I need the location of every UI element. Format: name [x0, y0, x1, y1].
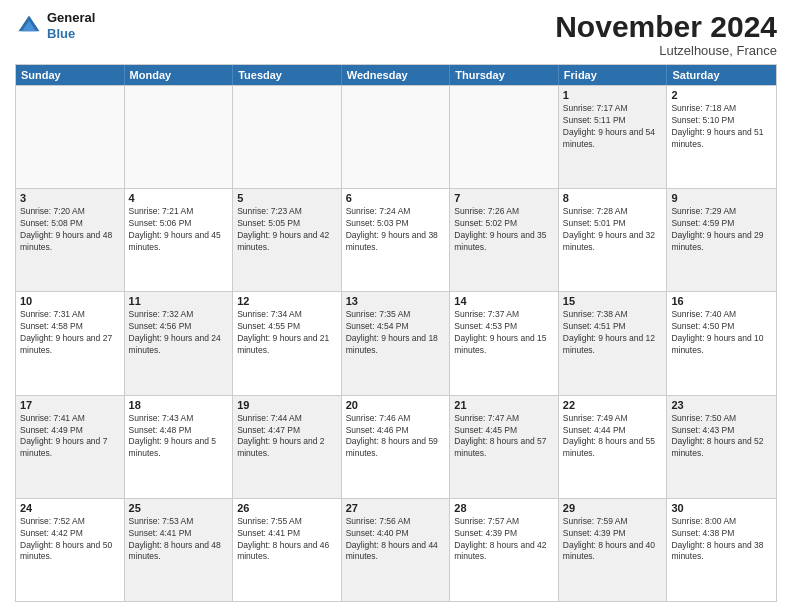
cal-cell-4-0: 24Sunrise: 7:52 AM Sunset: 4:42 PM Dayli…	[16, 499, 125, 601]
cal-cell-1-4: 7Sunrise: 7:26 AM Sunset: 5:02 PM Daylig…	[450, 189, 559, 291]
day-number: 16	[671, 295, 772, 307]
title-area: November 2024 Lutzelhouse, France	[555, 10, 777, 58]
day-number: 9	[671, 192, 772, 204]
cell-info: Sunrise: 7:59 AM Sunset: 4:39 PM Dayligh…	[563, 516, 663, 564]
cell-info: Sunrise: 7:38 AM Sunset: 4:51 PM Dayligh…	[563, 309, 663, 357]
cell-info: Sunrise: 7:31 AM Sunset: 4:58 PM Dayligh…	[20, 309, 120, 357]
cal-cell-2-4: 14Sunrise: 7:37 AM Sunset: 4:53 PM Dayli…	[450, 292, 559, 394]
header-monday: Monday	[125, 65, 234, 85]
cal-cell-3-6: 23Sunrise: 7:50 AM Sunset: 4:43 PM Dayli…	[667, 396, 776, 498]
day-number: 25	[129, 502, 229, 514]
cell-info: Sunrise: 7:20 AM Sunset: 5:08 PM Dayligh…	[20, 206, 120, 254]
cell-info: Sunrise: 7:41 AM Sunset: 4:49 PM Dayligh…	[20, 413, 120, 461]
cal-cell-2-5: 15Sunrise: 7:38 AM Sunset: 4:51 PM Dayli…	[559, 292, 668, 394]
day-number: 14	[454, 295, 554, 307]
cell-info: Sunrise: 7:43 AM Sunset: 4:48 PM Dayligh…	[129, 413, 229, 461]
cal-cell-4-4: 28Sunrise: 7:57 AM Sunset: 4:39 PM Dayli…	[450, 499, 559, 601]
day-number: 13	[346, 295, 446, 307]
cal-cell-4-2: 26Sunrise: 7:55 AM Sunset: 4:41 PM Dayli…	[233, 499, 342, 601]
logo-line1: General	[47, 10, 95, 26]
cell-info: Sunrise: 7:40 AM Sunset: 4:50 PM Dayligh…	[671, 309, 772, 357]
day-number: 1	[563, 89, 663, 101]
cell-info: Sunrise: 7:26 AM Sunset: 5:02 PM Dayligh…	[454, 206, 554, 254]
calendar: Sunday Monday Tuesday Wednesday Thursday…	[15, 64, 777, 602]
cell-info: Sunrise: 7:46 AM Sunset: 4:46 PM Dayligh…	[346, 413, 446, 461]
day-number: 23	[671, 399, 772, 411]
cal-cell-3-5: 22Sunrise: 7:49 AM Sunset: 4:44 PM Dayli…	[559, 396, 668, 498]
cell-info: Sunrise: 7:24 AM Sunset: 5:03 PM Dayligh…	[346, 206, 446, 254]
cal-cell-1-2: 5Sunrise: 7:23 AM Sunset: 5:05 PM Daylig…	[233, 189, 342, 291]
cal-cell-1-5: 8Sunrise: 7:28 AM Sunset: 5:01 PM Daylig…	[559, 189, 668, 291]
cal-row-4: 24Sunrise: 7:52 AM Sunset: 4:42 PM Dayli…	[16, 498, 776, 601]
cell-info: Sunrise: 8:00 AM Sunset: 4:38 PM Dayligh…	[671, 516, 772, 564]
cell-info: Sunrise: 7:53 AM Sunset: 4:41 PM Dayligh…	[129, 516, 229, 564]
cal-cell-1-6: 9Sunrise: 7:29 AM Sunset: 4:59 PM Daylig…	[667, 189, 776, 291]
header-wednesday: Wednesday	[342, 65, 451, 85]
cal-cell-0-1	[125, 86, 234, 188]
cal-cell-3-0: 17Sunrise: 7:41 AM Sunset: 4:49 PM Dayli…	[16, 396, 125, 498]
cal-row-3: 17Sunrise: 7:41 AM Sunset: 4:49 PM Dayli…	[16, 395, 776, 498]
day-number: 26	[237, 502, 337, 514]
cell-info: Sunrise: 7:17 AM Sunset: 5:11 PM Dayligh…	[563, 103, 663, 151]
day-number: 20	[346, 399, 446, 411]
cell-info: Sunrise: 7:50 AM Sunset: 4:43 PM Dayligh…	[671, 413, 772, 461]
cell-info: Sunrise: 7:35 AM Sunset: 4:54 PM Dayligh…	[346, 309, 446, 357]
logo-text: General Blue	[47, 10, 95, 41]
location: Lutzelhouse, France	[555, 43, 777, 58]
header-tuesday: Tuesday	[233, 65, 342, 85]
cal-cell-3-2: 19Sunrise: 7:44 AM Sunset: 4:47 PM Dayli…	[233, 396, 342, 498]
day-number: 12	[237, 295, 337, 307]
logo-line2: Blue	[47, 26, 95, 42]
cell-info: Sunrise: 7:55 AM Sunset: 4:41 PM Dayligh…	[237, 516, 337, 564]
calendar-header: Sunday Monday Tuesday Wednesday Thursday…	[16, 65, 776, 85]
header-thursday: Thursday	[450, 65, 559, 85]
cell-info: Sunrise: 7:37 AM Sunset: 4:53 PM Dayligh…	[454, 309, 554, 357]
cal-cell-0-2	[233, 86, 342, 188]
day-number: 15	[563, 295, 663, 307]
cell-info: Sunrise: 7:49 AM Sunset: 4:44 PM Dayligh…	[563, 413, 663, 461]
day-number: 4	[129, 192, 229, 204]
cal-cell-1-1: 4Sunrise: 7:21 AM Sunset: 5:06 PM Daylig…	[125, 189, 234, 291]
cal-cell-3-3: 20Sunrise: 7:46 AM Sunset: 4:46 PM Dayli…	[342, 396, 451, 498]
cell-info: Sunrise: 7:29 AM Sunset: 4:59 PM Dayligh…	[671, 206, 772, 254]
cal-cell-1-0: 3Sunrise: 7:20 AM Sunset: 5:08 PM Daylig…	[16, 189, 125, 291]
day-number: 18	[129, 399, 229, 411]
cell-info: Sunrise: 7:21 AM Sunset: 5:06 PM Dayligh…	[129, 206, 229, 254]
cell-info: Sunrise: 7:34 AM Sunset: 4:55 PM Dayligh…	[237, 309, 337, 357]
cal-row-1: 3Sunrise: 7:20 AM Sunset: 5:08 PM Daylig…	[16, 188, 776, 291]
cal-cell-4-1: 25Sunrise: 7:53 AM Sunset: 4:41 PM Dayli…	[125, 499, 234, 601]
cal-row-2: 10Sunrise: 7:31 AM Sunset: 4:58 PM Dayli…	[16, 291, 776, 394]
day-number: 5	[237, 192, 337, 204]
cell-info: Sunrise: 7:18 AM Sunset: 5:10 PM Dayligh…	[671, 103, 772, 151]
header: General Blue November 2024 Lutzelhouse, …	[15, 10, 777, 58]
cell-info: Sunrise: 7:56 AM Sunset: 4:40 PM Dayligh…	[346, 516, 446, 564]
cal-cell-2-3: 13Sunrise: 7:35 AM Sunset: 4:54 PM Dayli…	[342, 292, 451, 394]
header-friday: Friday	[559, 65, 668, 85]
day-number: 19	[237, 399, 337, 411]
page: General Blue November 2024 Lutzelhouse, …	[0, 0, 792, 612]
cell-info: Sunrise: 7:52 AM Sunset: 4:42 PM Dayligh…	[20, 516, 120, 564]
day-number: 6	[346, 192, 446, 204]
cal-cell-2-0: 10Sunrise: 7:31 AM Sunset: 4:58 PM Dayli…	[16, 292, 125, 394]
day-number: 21	[454, 399, 554, 411]
cal-cell-2-2: 12Sunrise: 7:34 AM Sunset: 4:55 PM Dayli…	[233, 292, 342, 394]
day-number: 27	[346, 502, 446, 514]
cell-info: Sunrise: 7:28 AM Sunset: 5:01 PM Dayligh…	[563, 206, 663, 254]
logo: General Blue	[15, 10, 95, 41]
day-number: 7	[454, 192, 554, 204]
cell-info: Sunrise: 7:32 AM Sunset: 4:56 PM Dayligh…	[129, 309, 229, 357]
header-saturday: Saturday	[667, 65, 776, 85]
cell-info: Sunrise: 7:57 AM Sunset: 4:39 PM Dayligh…	[454, 516, 554, 564]
cal-cell-0-3	[342, 86, 451, 188]
cell-info: Sunrise: 7:47 AM Sunset: 4:45 PM Dayligh…	[454, 413, 554, 461]
cal-cell-4-5: 29Sunrise: 7:59 AM Sunset: 4:39 PM Dayli…	[559, 499, 668, 601]
cal-cell-1-3: 6Sunrise: 7:24 AM Sunset: 5:03 PM Daylig…	[342, 189, 451, 291]
cal-cell-2-6: 16Sunrise: 7:40 AM Sunset: 4:50 PM Dayli…	[667, 292, 776, 394]
day-number: 17	[20, 399, 120, 411]
cal-cell-4-3: 27Sunrise: 7:56 AM Sunset: 4:40 PM Dayli…	[342, 499, 451, 601]
day-number: 24	[20, 502, 120, 514]
day-number: 22	[563, 399, 663, 411]
cell-info: Sunrise: 7:44 AM Sunset: 4:47 PM Dayligh…	[237, 413, 337, 461]
day-number: 28	[454, 502, 554, 514]
day-number: 3	[20, 192, 120, 204]
